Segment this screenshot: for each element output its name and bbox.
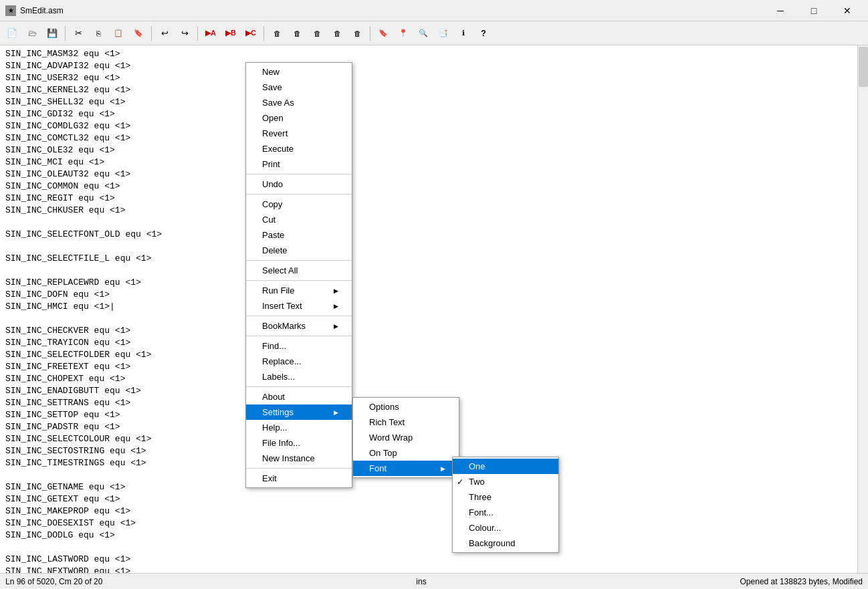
menu-run-file[interactable]: Run File: [246, 283, 352, 298]
menu-replace[interactable]: Replace...: [246, 354, 352, 369]
menu-copy[interactable]: Copy: [246, 197, 352, 212]
menu-cut[interactable]: Cut: [246, 212, 352, 227]
font-two[interactable]: ✓ Two: [453, 474, 558, 489]
menu-labels[interactable]: Labels...: [246, 369, 352, 384]
menu-sep-2: [246, 194, 352, 195]
menu-help[interactable]: Help...: [246, 420, 352, 435]
menu-sep-3: [246, 260, 352, 261]
menu-about[interactable]: About: [246, 389, 352, 404]
menu-sep-7: [246, 386, 352, 387]
menu-sep-1: [246, 174, 352, 174]
menu-sep-6: [246, 336, 352, 336]
menu-open[interactable]: Open: [246, 110, 352, 126]
menu-sep-8: [246, 468, 352, 469]
font-three[interactable]: Three: [453, 489, 558, 505]
menu-delete[interactable]: Delete: [246, 243, 352, 258]
menu-bookmarks[interactable]: BookMarks: [246, 318, 352, 334]
font-background[interactable]: Background: [453, 536, 558, 551]
menu-save[interactable]: Save: [246, 80, 352, 95]
menu-revert[interactable]: Revert: [246, 126, 352, 141]
settings-submenu: Options Rich Text Word Wrap On Top Font: [352, 397, 459, 478]
font-submenu: One ✓ Two Three Font... Colour... Backgr…: [452, 457, 559, 553]
settings-font[interactable]: Font: [353, 461, 459, 476]
font-font[interactable]: Font...: [453, 505, 558, 520]
menu-new[interactable]: New: [246, 64, 352, 80]
settings-word-wrap[interactable]: Word Wrap: [353, 430, 459, 445]
menu-find[interactable]: Find...: [246, 338, 352, 354]
menu-file-info[interactable]: File Info...: [246, 435, 352, 451]
main-context-menu: New Save Save As Open Revert Execute Pri…: [245, 62, 352, 488]
menu-print[interactable]: Print: [246, 156, 352, 172]
menu-new-instance[interactable]: New Instance: [246, 451, 352, 466]
menu-sep-4: [246, 280, 352, 281]
settings-rich-text[interactable]: Rich Text: [353, 415, 459, 430]
menu-exit[interactable]: Exit: [246, 471, 352, 486]
font-two-check: ✓: [457, 477, 463, 487]
menu-overlay: New Save Save As Open Revert Execute Pri…: [0, 0, 868, 589]
font-colour[interactable]: Colour...: [453, 520, 558, 536]
menu-paste[interactable]: Paste: [246, 227, 352, 243]
menu-insert-text[interactable]: Insert Text: [246, 298, 352, 314]
menu-settings[interactable]: Settings: [246, 404, 352, 420]
menu-sep-5: [246, 316, 352, 316]
menu-execute[interactable]: Execute: [246, 141, 352, 156]
settings-options[interactable]: Options: [353, 399, 459, 415]
font-one[interactable]: One: [453, 459, 558, 474]
menu-undo[interactable]: Undo: [246, 176, 352, 192]
menu-select-all[interactable]: Select All: [246, 263, 352, 278]
settings-on-top[interactable]: On Top: [353, 445, 459, 461]
menu-save-as[interactable]: Save As: [246, 95, 352, 110]
